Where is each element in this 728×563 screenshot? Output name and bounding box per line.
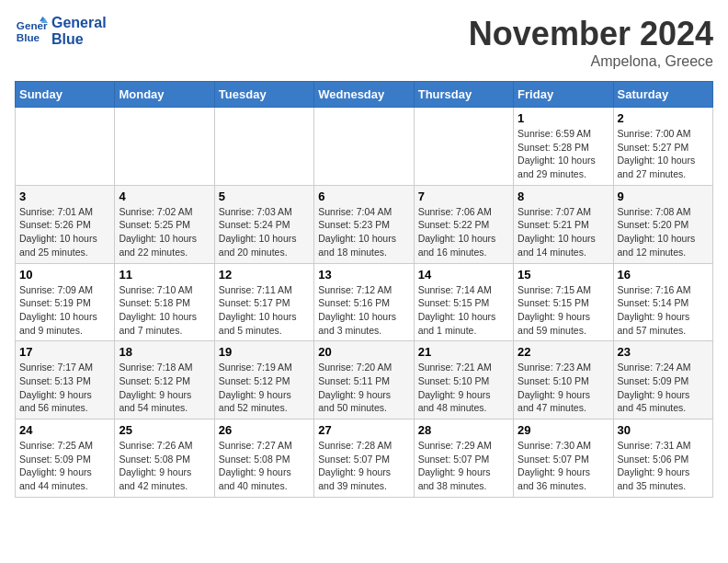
day-number: 26 [219,423,310,437]
day-info: Sunrise: 7:21 AM Sunset: 5:10 PM Dayligh… [418,361,509,415]
day-info: Sunrise: 7:14 AM Sunset: 5:15 PM Dayligh… [418,283,509,338]
weekday-header-tuesday: Tuesday [214,82,313,108]
calendar-cell: 25Sunrise: 7:26 AM Sunset: 5:08 PM Dayli… [115,419,214,498]
calendar-cell: 21Sunrise: 7:21 AM Sunset: 5:10 PM Dayli… [414,341,513,419]
day-info: Sunrise: 7:09 AM Sunset: 5:19 PM Dayligh… [19,283,110,338]
day-info: Sunrise: 7:07 AM Sunset: 5:21 PM Dayligh… [518,205,609,259]
day-number: 8 [518,190,609,203]
weekday-header-sunday: Sunday [16,82,115,108]
day-number: 18 [119,345,210,359]
day-number: 19 [219,345,310,359]
calendar-cell: 30Sunrise: 7:31 AM Sunset: 5:06 PM Dayli… [613,419,712,498]
calendar-cell: 6Sunrise: 7:04 AM Sunset: 5:23 PM Daylig… [314,185,414,263]
day-number: 22 [518,345,609,359]
day-number: 4 [119,190,210,203]
calendar-table: SundayMondayTuesdayWednesdayThursdayFrid… [15,81,713,498]
weekday-header-row: SundayMondayTuesdayWednesdayThursdayFrid… [16,82,713,108]
day-info: Sunrise: 7:02 AM Sunset: 5:25 PM Dayligh… [119,205,210,259]
day-number: 11 [119,268,210,282]
weekday-header-wednesday: Wednesday [314,82,414,108]
day-number: 6 [318,190,409,203]
calendar-cell: 1Sunrise: 6:59 AM Sunset: 5:28 PM Daylig… [514,108,613,186]
day-number: 3 [19,190,110,203]
day-info: Sunrise: 7:28 AM Sunset: 5:07 PM Dayligh… [318,439,409,493]
day-number: 7 [418,190,509,203]
day-info: Sunrise: 7:00 AM Sunset: 5:27 PM Dayligh… [618,127,709,181]
header: General Blue General Blue November 2024 … [15,15,713,70]
logo-icon: General Blue [15,15,48,48]
svg-text:Blue: Blue [17,31,40,43]
day-number: 24 [19,423,110,437]
calendar-cell: 28Sunrise: 7:29 AM Sunset: 5:07 PM Dayli… [414,419,513,498]
day-number: 5 [219,190,310,203]
calendar-cell: 4Sunrise: 7:02 AM Sunset: 5:25 PM Daylig… [115,185,214,263]
day-number: 23 [618,345,709,359]
day-info: Sunrise: 7:30 AM Sunset: 5:07 PM Dayligh… [518,439,609,493]
calendar-cell [214,108,313,186]
calendar-cell: 2Sunrise: 7:00 AM Sunset: 5:27 PM Daylig… [613,108,712,186]
calendar-cell: 27Sunrise: 7:28 AM Sunset: 5:07 PM Dayli… [314,419,414,498]
weekday-header-friday: Friday [514,82,613,108]
week-row-4: 17Sunrise: 7:17 AM Sunset: 5:13 PM Dayli… [16,341,713,419]
day-info: Sunrise: 7:23 AM Sunset: 5:10 PM Dayligh… [518,361,609,415]
calendar-cell [115,108,214,186]
calendar-cell: 14Sunrise: 7:14 AM Sunset: 5:15 PM Dayli… [414,263,513,341]
day-info: Sunrise: 7:08 AM Sunset: 5:20 PM Dayligh… [618,205,709,259]
day-number: 28 [418,423,509,437]
day-info: Sunrise: 7:04 AM Sunset: 5:23 PM Dayligh… [318,205,409,259]
week-row-1: 1Sunrise: 6:59 AM Sunset: 5:28 PM Daylig… [16,108,713,186]
calendar-cell [314,108,414,186]
day-info: Sunrise: 7:12 AM Sunset: 5:16 PM Dayligh… [318,283,409,338]
calendar-cell: 13Sunrise: 7:12 AM Sunset: 5:16 PM Dayli… [314,263,414,341]
day-number: 15 [518,268,609,282]
day-number: 10 [19,268,110,282]
day-info: Sunrise: 7:27 AM Sunset: 5:08 PM Dayligh… [219,439,310,493]
day-info: Sunrise: 7:01 AM Sunset: 5:26 PM Dayligh… [19,205,110,259]
day-number: 25 [119,423,210,437]
calendar-cell: 17Sunrise: 7:17 AM Sunset: 5:13 PM Dayli… [16,341,115,419]
calendar-cell: 16Sunrise: 7:16 AM Sunset: 5:14 PM Dayli… [613,263,712,341]
day-number: 2 [618,111,709,125]
day-number: 29 [518,423,609,437]
day-info: Sunrise: 6:59 AM Sunset: 5:28 PM Dayligh… [518,127,609,181]
day-number: 13 [318,268,409,282]
weekday-header-saturday: Saturday [613,82,712,108]
calendar-cell: 18Sunrise: 7:18 AM Sunset: 5:12 PM Dayli… [115,341,214,419]
day-number: 9 [618,190,709,203]
calendar-cell: 3Sunrise: 7:01 AM Sunset: 5:26 PM Daylig… [16,185,115,263]
day-info: Sunrise: 7:06 AM Sunset: 5:22 PM Dayligh… [418,205,509,259]
week-row-5: 24Sunrise: 7:25 AM Sunset: 5:09 PM Dayli… [16,419,713,498]
day-number: 1 [518,111,609,125]
calendar-cell [16,108,115,186]
calendar-cell: 29Sunrise: 7:30 AM Sunset: 5:07 PM Dayli… [514,419,613,498]
day-info: Sunrise: 7:24 AM Sunset: 5:09 PM Dayligh… [618,361,709,415]
day-info: Sunrise: 7:03 AM Sunset: 5:24 PM Dayligh… [219,205,310,259]
day-info: Sunrise: 7:15 AM Sunset: 5:15 PM Dayligh… [518,283,609,338]
calendar-cell: 12Sunrise: 7:11 AM Sunset: 5:17 PM Dayli… [214,263,313,341]
day-info: Sunrise: 7:26 AM Sunset: 5:08 PM Dayligh… [119,439,210,493]
day-number: 14 [418,268,509,282]
calendar-cell: 23Sunrise: 7:24 AM Sunset: 5:09 PM Dayli… [613,341,712,419]
week-row-2: 3Sunrise: 7:01 AM Sunset: 5:26 PM Daylig… [16,185,713,263]
day-number: 27 [318,423,409,437]
day-info: Sunrise: 7:20 AM Sunset: 5:11 PM Dayligh… [318,361,409,415]
calendar-cell: 20Sunrise: 7:20 AM Sunset: 5:11 PM Dayli… [314,341,414,419]
calendar-cell: 11Sunrise: 7:10 AM Sunset: 5:18 PM Dayli… [115,263,214,341]
logo: General Blue General Blue [15,15,107,48]
calendar-cell [414,108,513,186]
day-number: 20 [318,345,409,359]
calendar-cell: 19Sunrise: 7:19 AM Sunset: 5:12 PM Dayli… [214,341,313,419]
day-number: 30 [618,423,709,437]
calendar-cell: 15Sunrise: 7:15 AM Sunset: 5:15 PM Dayli… [514,263,613,341]
day-number: 21 [418,345,509,359]
calendar-cell: 10Sunrise: 7:09 AM Sunset: 5:19 PM Dayli… [16,263,115,341]
week-row-3: 10Sunrise: 7:09 AM Sunset: 5:19 PM Dayli… [16,263,713,341]
calendar-cell: 24Sunrise: 7:25 AM Sunset: 5:09 PM Dayli… [16,419,115,498]
day-info: Sunrise: 7:11 AM Sunset: 5:17 PM Dayligh… [219,283,310,338]
day-number: 16 [618,268,709,282]
logo-text-line2: Blue [51,31,107,48]
calendar-cell: 7Sunrise: 7:06 AM Sunset: 5:22 PM Daylig… [414,185,513,263]
day-number: 12 [219,268,310,282]
logo-text-line1: General [51,15,107,31]
month-title: November 2024 [469,15,713,53]
